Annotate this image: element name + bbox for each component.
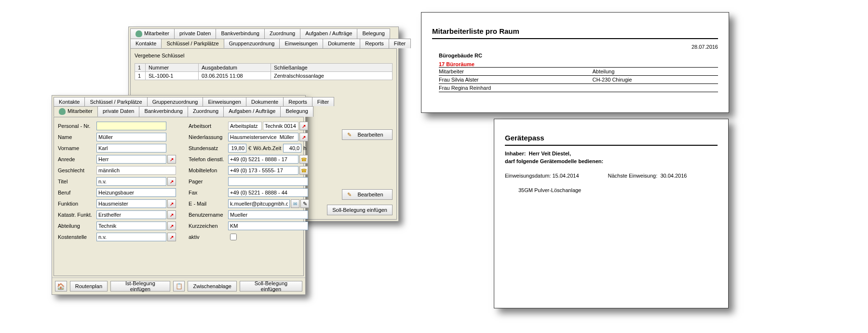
niederlassung-field[interactable] bbox=[228, 133, 298, 141]
label-kurz: Kurzzeichen bbox=[189, 223, 228, 229]
pencil-icon: ✎ bbox=[347, 192, 352, 198]
tab-mitarbeiter-active[interactable]: Mitarbeiter bbox=[54, 106, 98, 117]
niederlassung-picker[interactable]: ↗ bbox=[299, 133, 308, 141]
back-tab-row-1: Mitarbeiter private Daten Bankverbindung… bbox=[129, 27, 398, 39]
fax-field[interactable] bbox=[228, 188, 308, 197]
label-abteilung: Abteilung bbox=[58, 223, 96, 229]
vorname-field[interactable] bbox=[96, 144, 166, 153]
telefon-dial[interactable]: ☎ bbox=[299, 155, 308, 164]
stundensatz-field[interactable] bbox=[228, 144, 246, 153]
abteilung-picker[interactable]: ↗ bbox=[167, 222, 176, 230]
col-nummer[interactable]: Nummer bbox=[146, 64, 199, 72]
tab-belegung[interactable]: Belegung bbox=[357, 28, 390, 39]
tab-reports-back[interactable]: Reports bbox=[360, 39, 389, 48]
arrow-icon: ↗ bbox=[170, 179, 174, 184]
inhaber-name: Herr Veit Diestel, bbox=[529, 151, 571, 156]
form-right-col: Arbeitsort↗ Niederlassung↗ Stundensatz€W… bbox=[189, 121, 309, 242]
person-icon bbox=[136, 30, 142, 37]
edit-keys-button[interactable]: ✎Bearbeiten bbox=[342, 129, 393, 140]
tab-reports[interactable]: Reports bbox=[283, 97, 312, 106]
routenplan-button[interactable]: Routenplan bbox=[70, 281, 108, 291]
report1-building: Bürogebäude RC bbox=[439, 53, 718, 58]
mobil-field[interactable] bbox=[228, 166, 298, 175]
woarb-field[interactable] bbox=[283, 144, 301, 153]
table-row[interactable]: 1 SL-1000-1 03.06.2015 11:08 Zentralschl… bbox=[135, 72, 393, 80]
report1-title: Mitarbeiterliste pro Raum bbox=[432, 27, 718, 35]
tab-aufgaben[interactable]: Aufgaben / Aufträge bbox=[300, 28, 357, 39]
soll-belegung-button[interactable]: Soll-Belegung einfügen bbox=[240, 281, 302, 291]
tab-bankverbindung-2[interactable]: Bankverbindung bbox=[139, 106, 188, 117]
tab-schluessel-active[interactable]: Schlüssel / Parkplätze bbox=[161, 39, 224, 48]
anrede-picker[interactable]: ↗ bbox=[167, 155, 176, 164]
zwischenablage-button[interactable]: Zwischenablage bbox=[188, 281, 237, 291]
kostenstelle-picker[interactable]: ↗ bbox=[167, 233, 176, 241]
arrow-icon: ↗ bbox=[170, 157, 174, 162]
tab-einweisungen-back[interactable]: Einweisungen bbox=[279, 39, 323, 48]
tab-belegung-2[interactable]: Belegung bbox=[280, 106, 313, 117]
kurz-field[interactable] bbox=[228, 222, 308, 230]
abteilung-field[interactable] bbox=[96, 222, 166, 230]
tab-filter[interactable]: Filter bbox=[312, 97, 334, 106]
edit-keys-button-2[interactable]: ✎Bearbeiten bbox=[342, 189, 393, 200]
tab-schluessel[interactable]: Schlüssel / Parkplätze bbox=[84, 97, 147, 106]
titel-picker[interactable]: ↗ bbox=[167, 177, 176, 186]
mobil-dial[interactable]: ☎ bbox=[299, 166, 308, 175]
tab-zuordnung[interactable]: Zuordnung bbox=[264, 28, 300, 39]
funktion-picker[interactable]: ↗ bbox=[167, 199, 176, 208]
arrow-icon: ↗ bbox=[302, 124, 306, 129]
label-telefon: Telefon dienstl. bbox=[189, 156, 228, 162]
beruf-field[interactable] bbox=[96, 188, 176, 197]
tab-gruppenzu-back[interactable]: Gruppenzuordnung bbox=[224, 39, 280, 48]
home-button[interactable]: 🏠 bbox=[55, 281, 67, 291]
anrede-field[interactable] bbox=[96, 155, 166, 164]
col-ausgabedatum[interactable]: Ausgabedatum bbox=[199, 64, 271, 72]
tab-kontakte[interactable]: Kontakte bbox=[54, 97, 85, 106]
label-funktion: Funktion bbox=[58, 201, 96, 207]
rpt1-col-mitarbeiter: Mitarbeiter bbox=[439, 68, 592, 76]
label-beruf: Beruf bbox=[58, 190, 96, 195]
ist-belegung-button[interactable]: Ist-Belegung einfügen bbox=[110, 281, 170, 291]
phone-icon: ☎ bbox=[301, 168, 307, 173]
tab-einweisungen[interactable]: Einweisungen bbox=[203, 97, 246, 106]
tab-dokumente-back[interactable]: Dokumente bbox=[323, 39, 360, 48]
tab-filter-back[interactable]: Filter bbox=[389, 39, 411, 48]
einw-date: 15.04.2014 bbox=[552, 173, 579, 179]
katastr-field[interactable] bbox=[96, 210, 166, 219]
tab-aufgaben-2[interactable]: Aufgaben / Aufträge bbox=[223, 106, 281, 117]
arrow-icon: ↗ bbox=[170, 201, 174, 207]
hour-unit: h bbox=[303, 145, 306, 151]
clipboard-icon-button[interactable]: 📋 bbox=[173, 281, 185, 291]
email-send[interactable]: ✉ bbox=[291, 199, 299, 208]
tab-gruppenzu[interactable]: Gruppenzuordnung bbox=[147, 97, 203, 106]
col-schliessanlage[interactable]: Schließanlage bbox=[271, 64, 393, 72]
mail-icon: ✉ bbox=[293, 201, 297, 207]
kostenstelle-field[interactable] bbox=[96, 233, 166, 241]
personalnr-field[interactable] bbox=[96, 122, 166, 130]
tab-mitarbeiter-back[interactable]: Mitarbeiter bbox=[130, 28, 175, 39]
label-niederlassung: Niederlassung bbox=[189, 134, 228, 140]
report1-rooms: 17 Büroräume bbox=[439, 61, 718, 67]
tab-zuordnung-2[interactable]: Zuordnung bbox=[188, 106, 224, 117]
tab-dokumente[interactable]: Dokumente bbox=[246, 97, 284, 106]
arbeitsort-picker[interactable]: ↗ bbox=[299, 122, 308, 130]
name-field[interactable] bbox=[96, 133, 166, 141]
tab-private-daten[interactable]: private Daten bbox=[174, 28, 216, 39]
pager-field[interactable] bbox=[228, 177, 308, 186]
keys-grid[interactable]: 1 Nummer Ausgabedatum Schließanlage 1 SL… bbox=[135, 63, 393, 80]
soll-belegung-back-button[interactable]: Soll-Belegung einfügen bbox=[327, 205, 393, 215]
email-field[interactable] bbox=[228, 199, 290, 208]
tab-bankverbindung[interactable]: Bankverbindung bbox=[216, 28, 265, 39]
katastr-picker[interactable]: ↗ bbox=[167, 210, 176, 219]
benutzer-field[interactable] bbox=[228, 210, 308, 219]
form-left-col: Personal - Nr. Name Vorname Anrede↗ Gesc… bbox=[58, 121, 176, 242]
tab-private-daten-2[interactable]: private Daten bbox=[97, 106, 139, 117]
aktiv-checkbox[interactable] bbox=[230, 234, 237, 240]
telefon-field[interactable] bbox=[228, 155, 298, 164]
col-idx[interactable]: 1 bbox=[135, 64, 146, 72]
titel-field[interactable] bbox=[96, 177, 166, 186]
funktion-field[interactable] bbox=[96, 199, 166, 208]
label-personalnr: Personal - Nr. bbox=[58, 123, 96, 129]
arbeitsort-extra-field bbox=[263, 122, 298, 130]
tab-kontakte-back[interactable]: Kontakte bbox=[130, 39, 162, 48]
email-tool[interactable]: ✎ bbox=[300, 199, 309, 208]
